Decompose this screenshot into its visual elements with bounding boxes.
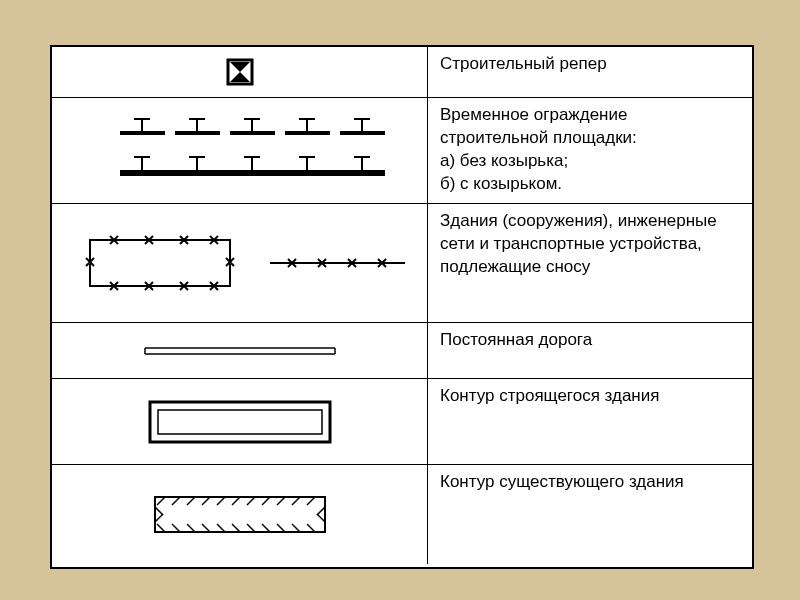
svg-rect-29 (90, 240, 230, 286)
label-reper: Строительный репер (428, 47, 752, 97)
svg-line-87 (307, 524, 315, 532)
symbol-fence (52, 98, 428, 203)
symbol-demolish (52, 204, 428, 322)
svg-line-79 (187, 524, 195, 532)
svg-line-85 (277, 524, 285, 532)
svg-rect-64 (158, 410, 322, 434)
label-fence: Временное ограждение строительной площад… (428, 98, 752, 203)
row-fence: Временное ограждение строительной площад… (52, 98, 752, 204)
svg-line-69 (202, 497, 210, 505)
symbol-construction (52, 379, 428, 464)
svg-rect-65 (155, 497, 325, 532)
svg-line-88 (155, 507, 163, 515)
svg-line-70 (217, 497, 225, 505)
svg-line-78 (172, 524, 180, 532)
svg-line-90 (317, 507, 325, 515)
row-road: Постоянная дорога (52, 323, 752, 379)
svg-line-66 (157, 497, 165, 505)
label-demolish: Здания (сооружения), инженерные сети и т… (428, 204, 752, 322)
svg-line-89 (155, 514, 163, 522)
svg-rect-63 (150, 402, 330, 442)
svg-line-73 (262, 497, 270, 505)
row-existing: Контур существующего здания (52, 465, 752, 564)
svg-marker-1 (230, 62, 250, 72)
svg-line-81 (217, 524, 225, 532)
symbol-existing (52, 465, 428, 564)
label-existing: Контур существующего здания (428, 465, 752, 564)
label-construction: Контур строящегося здания (428, 379, 752, 464)
svg-line-68 (187, 497, 195, 505)
svg-line-71 (232, 497, 240, 505)
svg-line-72 (247, 497, 255, 505)
svg-line-91 (317, 514, 325, 522)
svg-line-76 (307, 497, 315, 505)
svg-line-84 (262, 524, 270, 532)
svg-line-67 (172, 497, 180, 505)
svg-line-74 (277, 497, 285, 505)
label-road: Постоянная дорога (428, 323, 752, 378)
svg-line-82 (232, 524, 240, 532)
svg-line-77 (157, 524, 165, 532)
symbol-road (52, 323, 428, 378)
svg-line-83 (247, 524, 255, 532)
symbol-reper (52, 47, 428, 97)
row-demolish: Здания (сооружения), инженерные сети и т… (52, 204, 752, 323)
svg-line-80 (202, 524, 210, 532)
svg-marker-2 (230, 72, 250, 82)
svg-line-75 (292, 497, 300, 505)
row-reper: Строительный репер (52, 47, 752, 98)
legend-table: Строительный репер (50, 45, 754, 569)
svg-line-86 (292, 524, 300, 532)
row-construction: Контур строящегося здания (52, 379, 752, 465)
